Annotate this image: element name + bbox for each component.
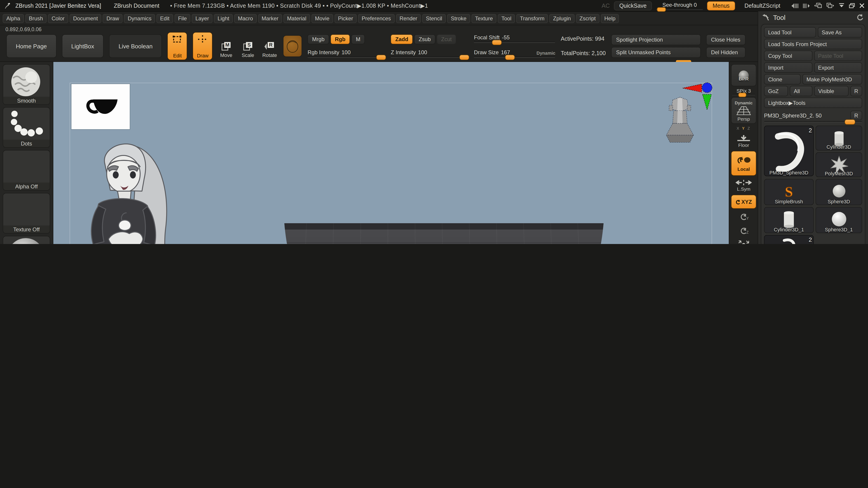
current-alpha-selector[interactable]: Alpha Off [3,150,50,191]
persp-button[interactable]: Dynamic Persp [731,97,756,124]
menu-stroke[interactable]: Stroke [447,14,470,23]
lightbox-tools-button[interactable]: Lightbox▶Tools [764,98,862,108]
lightbox-button[interactable]: LightBox [62,34,103,58]
right-tray-toggle-icon[interactable] [803,3,810,8]
goz-r-button[interactable]: R [850,86,862,96]
lowpoly-preview-widget[interactable] [664,95,696,145]
tool-thumb-cylinder3d-1[interactable]: Cylinder3D_1 [764,207,814,233]
menu-macro[interactable]: Macro [235,14,257,23]
menu-preferences[interactable]: Preferences [358,14,395,23]
menu-file[interactable]: File [175,14,191,23]
see-through-handle[interactable] [657,7,666,11]
clone-button[interactable]: Clone [764,74,801,85]
see-through-slider[interactable]: See-through 0 [656,2,703,10]
menu-layer[interactable]: Layer [192,14,213,23]
current-texture-selector[interactable]: Texture Off [3,193,50,234]
draw-mode-button[interactable]: Draw [193,32,213,60]
menus-button[interactable]: Menus [707,1,735,10]
tool-r-button[interactable]: R [850,111,862,120]
focal-shift-slider[interactable]: Focal Shift-55 [474,34,555,43]
floor-axis-z[interactable]: Z [747,126,751,131]
load-tools-from-project-button[interactable]: Load Tools From Project [764,39,862,49]
menu-light[interactable]: Light [214,14,233,23]
xyz-symmetry-button[interactable]: XYZ [731,195,756,209]
left-tray-toggle-icon[interactable] [792,3,798,8]
floor-button[interactable]: Floor [731,133,756,149]
tool-thumb-pm3d-sphere3d-2[interactable]: 2 PM3D_Sphere3D [764,126,814,176]
tool-thumb-polymesh3d[interactable]: PolyMesh3D [815,152,862,177]
minimize-icon[interactable] [839,3,844,8]
frame-button[interactable]: Frame [731,238,756,244]
import-button[interactable]: Import [764,62,812,73]
sculpt-viewport[interactable] [53,62,729,244]
tool-thumb-cylinder3d[interactable]: Cylinder3D [815,126,862,151]
floor-axis-x[interactable]: X [737,126,740,131]
cup-model[interactable] [53,62,729,244]
spotlight-projection-button[interactable]: Spotlight Projection [611,34,701,45]
menu-color[interactable]: Color [48,14,68,23]
menu-stencil[interactable]: Stencil [422,14,446,23]
tool-thumb-pm3d-sphere3d-2b[interactable]: 2 PM3D_Sphere3D [764,235,814,244]
floor-axis-y[interactable]: Y [742,126,745,131]
draw-size-slider[interactable]: Draw Size167Dynamic [474,49,555,58]
spix-handle[interactable] [738,93,746,97]
close-icon[interactable] [860,3,864,8]
menu-draw[interactable]: Draw [103,14,123,23]
menu-alpha[interactable]: Alpha [3,14,24,23]
goz-visible-button[interactable]: Visible [814,86,848,96]
menu-texture[interactable]: Texture [471,14,497,23]
palette-pickup-icon[interactable] [763,14,770,21]
z-intensity-handle[interactable] [459,55,469,60]
spix-slider[interactable]: SPix 3 [731,88,756,95]
menu-help[interactable]: Help [600,14,619,23]
copy-tool-button[interactable]: Copy Tool [764,51,812,61]
lsym-button[interactable]: L.Sym [731,177,756,193]
tool-thumb-simplebrush[interactable]: S SimpleBrush [764,179,814,205]
menu-marker[interactable]: Marker [258,14,282,23]
local-button[interactable]: Local [731,151,756,176]
default-zscript-button[interactable]: DefaultZScript [739,1,786,10]
tool-thumb-sphere3d-1[interactable]: Sphere3D_1 [815,207,862,233]
menu-tool[interactable]: Tool [498,14,515,23]
load-tool-button[interactable]: Load Tool [764,27,816,37]
active-tool-handle[interactable] [844,119,855,125]
zadd-button[interactable]: Zadd [391,34,413,44]
focal-shift-handle[interactable] [492,40,502,45]
rotate-gizmo-button[interactable]: R Rotate [261,34,278,58]
dynamic-mode-label[interactable]: Dynamic [536,51,555,56]
save-as-button[interactable]: Save As [817,27,862,37]
z-intensity-slider[interactable]: Z Intensity100 [391,49,469,58]
rotate-on-y-button[interactable]: Y [731,210,756,223]
brush-preview[interactable] [283,35,302,57]
see-through-track[interactable] [656,8,703,10]
close-holes-button[interactable]: Close Holes [706,34,745,45]
move-gizmo-button[interactable]: M Move [218,34,235,58]
paste-tool-button[interactable]: Paste Tool [814,51,862,61]
home-page-button[interactable]: Home Page [6,34,56,58]
menu-dynamics[interactable]: Dynamics [124,14,155,23]
split-unmasked-points-button[interactable]: Split Unmasked Points [611,47,701,58]
menu-material[interactable]: Material [283,14,310,23]
rgb-intensity-slider[interactable]: Rgb Intensity100 [308,49,385,58]
menu-brush[interactable]: Brush [25,14,46,23]
cup-body-mesh[interactable] [284,223,603,244]
current-stroke-selector[interactable]: Dots [3,107,50,148]
scale-gizmo-button[interactable]: S Scale [240,34,256,58]
current-brush-selector[interactable]: Smooth [3,64,50,105]
m-button[interactable]: M [351,34,365,44]
quicksave-button[interactable]: QuickSave [614,1,652,10]
zsub-button[interactable]: Zsub [414,34,435,44]
goz-button[interactable]: GoZ [764,86,788,96]
menu-transform[interactable]: Transform [516,14,548,23]
floor-axes[interactable]: X Y Z [731,126,756,131]
bpr-button[interactable]: BPR [731,64,756,86]
rgb-intensity-handle[interactable] [376,55,386,60]
palette-reset-icon[interactable] [857,14,864,21]
export-button[interactable]: Export [814,62,862,73]
move-ui-left-icon[interactable] [814,3,822,8]
menu-movie[interactable]: Movie [311,14,333,23]
active-tool-slider[interactable]: PM3D_Sphere3D_2. 50 R [764,111,862,123]
menu-zplugin[interactable]: Zplugin [550,14,575,23]
edit-mode-button[interactable]: Edit [167,32,187,60]
menu-document[interactable]: Document [70,14,101,23]
